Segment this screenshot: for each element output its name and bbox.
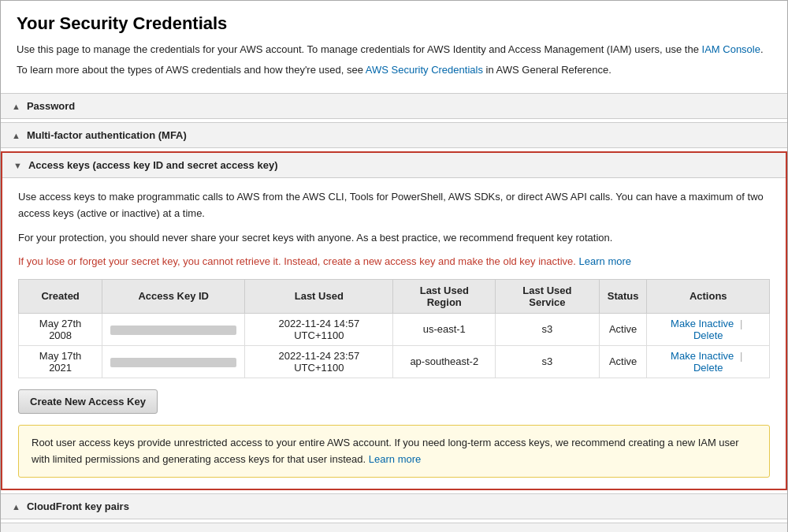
- row1-created: May 27th 2008: [19, 313, 102, 345]
- page-title: Your Security Credentials: [17, 13, 771, 34]
- row2-separator: |: [740, 350, 742, 362]
- mfa-section-header[interactable]: ▲ Multi-factor authentication (MFA): [1, 123, 787, 148]
- cloudfront-section: ▲ CloudFront key pairs: [1, 493, 787, 519]
- row1-delete-link[interactable]: Delete: [693, 329, 723, 341]
- password-arrow: ▲: [12, 102, 20, 111]
- row1-last-used: 2022-11-24 14:57 UTC+1100: [245, 313, 393, 345]
- row2-key-id-redacted: [110, 358, 236, 367]
- row1-make-inactive-link[interactable]: Make Inactive: [671, 318, 734, 329]
- access-keys-arrow: ▼: [13, 161, 22, 170]
- row2-actions: Make Inactive | Delete: [647, 345, 770, 378]
- row2-status: Active: [599, 345, 647, 378]
- access-keys-warning: If you lose or forget your secret key, y…: [18, 254, 770, 270]
- access-keys-table: Created Access Key ID Last Used Last Use…: [18, 279, 770, 378]
- row1-service: s3: [496, 313, 600, 345]
- row1-key-id-redacted: [110, 326, 236, 335]
- aws-security-credentials-link[interactable]: AWS Security Credentials: [366, 64, 483, 76]
- cloudfront-section-header[interactable]: ▲ CloudFront key pairs: [1, 494, 787, 519]
- password-label: Password: [27, 100, 75, 112]
- cloudfront-label: CloudFront key pairs: [27, 500, 129, 512]
- mfa-arrow: ▲: [12, 131, 20, 140]
- table-header-row: Created Access Key ID Last Used Last Use…: [19, 279, 770, 313]
- row2-make-inactive-link[interactable]: Make Inactive: [671, 350, 734, 362]
- row2-delete-link[interactable]: Delete: [693, 362, 723, 374]
- page-header: Your Security Credentials Use this page …: [1, 1, 787, 90]
- row1-actions: Make Inactive | Delete: [647, 313, 770, 345]
- x509-section: ▲ X.509 certificate: [1, 523, 787, 532]
- th-status: Status: [599, 279, 647, 313]
- row2-service: s3: [496, 345, 600, 378]
- row1-status: Active: [599, 313, 647, 345]
- access-keys-desc1: Use access keys to make programmatic cal…: [18, 189, 770, 222]
- row1-separator: |: [740, 318, 742, 329]
- row2-key-id: [102, 345, 245, 378]
- th-key-id: Access Key ID: [102, 279, 245, 313]
- access-keys-section-header[interactable]: ▼ Access keys (access key ID and secret …: [2, 153, 786, 178]
- iam-console-link[interactable]: IAM Console: [702, 43, 760, 55]
- page-description-1: Use this page to manage the credentials …: [17, 42, 771, 58]
- row2-created: May 17th 2021: [19, 345, 102, 378]
- password-section-header[interactable]: ▲ Password: [1, 94, 787, 119]
- access-keys-section: ▼ Access keys (access key ID and secret …: [1, 151, 787, 490]
- create-access-key-button[interactable]: Create New Access Key: [18, 389, 158, 414]
- warning-box: Root user access keys provide unrestrict…: [18, 425, 770, 478]
- row2-region: ap-southeast-2: [393, 345, 496, 378]
- th-actions: Actions: [647, 279, 770, 313]
- learn-more-link-2[interactable]: Learn more: [369, 453, 421, 465]
- table-row: May 17th 2021 2022-11-24 23:57 UTC+1100 …: [19, 345, 770, 378]
- table-row: May 27th 2008 2022-11-24 14:57 UTC+1100 …: [19, 313, 770, 345]
- cloudfront-arrow: ▲: [12, 502, 20, 512]
- x509-section-header[interactable]: ▲ X.509 certificate: [1, 523, 787, 532]
- mfa-section: ▲ Multi-factor authentication (MFA): [1, 122, 787, 148]
- row2-last-used: 2022-11-24 23:57 UTC+1100: [245, 345, 393, 378]
- page-description-2: To learn more about the types of AWS cre…: [17, 62, 771, 78]
- password-section: ▲ Password: [1, 93, 787, 119]
- access-keys-section-content: Use access keys to make programmatic cal…: [2, 178, 786, 489]
- th-last-used-region: Last Used Region: [393, 279, 496, 313]
- th-last-used: Last Used: [245, 279, 393, 313]
- page-wrapper: Your Security Credentials Use this page …: [0, 0, 788, 532]
- row1-region: us-east-1: [393, 313, 496, 345]
- th-last-used-service: Last Used Service: [496, 279, 600, 313]
- access-keys-label: Access keys (access key ID and secret ac…: [28, 159, 278, 171]
- row1-key-id: [102, 313, 245, 345]
- learn-more-link-1[interactable]: Learn more: [579, 255, 631, 267]
- th-created: Created: [19, 279, 102, 313]
- mfa-label: Multi-factor authentication (MFA): [27, 129, 187, 141]
- access-keys-desc2: For your protection, you should never sh…: [18, 230, 770, 247]
